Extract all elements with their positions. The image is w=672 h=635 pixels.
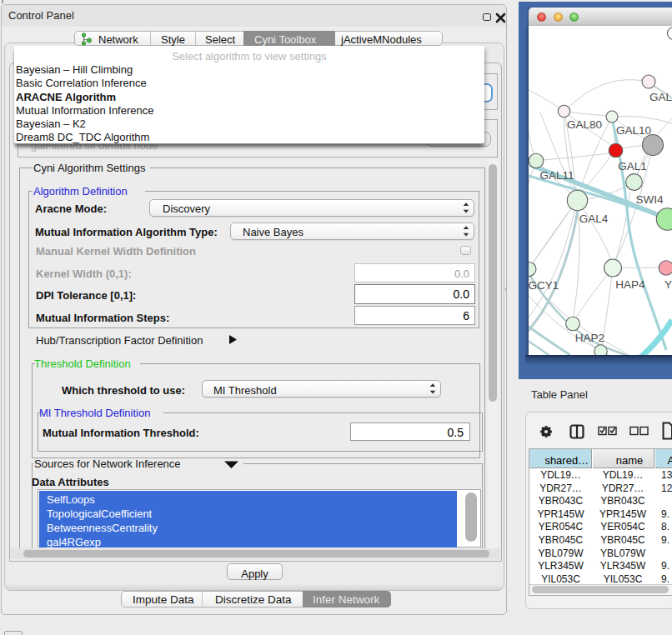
svg-text:GAL10: GAL10	[616, 124, 651, 137]
svg-text:GAL1: GAL1	[618, 160, 647, 172]
svg-text:HAP4: HAP4	[615, 278, 645, 291]
svg-text:SWI4: SWI4	[635, 193, 663, 206]
svg-text:Y: Y	[664, 278, 672, 291]
svg-text:GCY1: GCY1	[529, 279, 559, 292]
svg-text:GAL80: GAL80	[567, 118, 602, 131]
svg-text:GAL4: GAL4	[579, 212, 609, 225]
svg-text:GAL11: GAL11	[539, 169, 574, 182]
svg-text:GAL: GAL	[649, 91, 672, 103]
svg-text:HAP2: HAP2	[575, 332, 604, 344]
